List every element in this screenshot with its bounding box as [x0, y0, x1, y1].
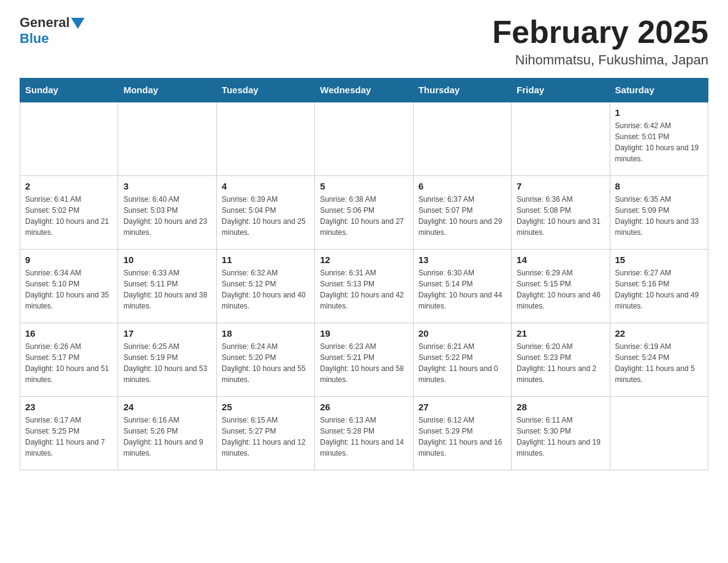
day-info: Sunrise: 6:39 AMSunset: 5:04 PMDaylight:… — [222, 194, 309, 238]
calendar-cell: 11Sunrise: 6:32 AMSunset: 5:12 PMDayligh… — [216, 249, 314, 323]
day-number: 4 — [222, 181, 309, 191]
calendar-subtitle: Nihommatsu, Fukushima, Japan — [492, 52, 708, 68]
calendar-cell: 27Sunrise: 6:12 AMSunset: 5:29 PMDayligh… — [413, 396, 511, 470]
title-block: February 2025 Nihommatsu, Fukushima, Jap… — [492, 15, 708, 68]
day-info: Sunrise: 6:11 AMSunset: 5:30 PMDaylight:… — [517, 415, 604, 459]
day-number: 27 — [419, 402, 506, 412]
col-header-tuesday: Tuesday — [216, 79, 314, 102]
day-info: Sunrise: 6:42 AMSunset: 5:01 PMDaylight:… — [615, 120, 703, 164]
day-number: 12 — [320, 255, 408, 265]
calendar-cell — [118, 102, 216, 175]
day-info: Sunrise: 6:15 AMSunset: 5:27 PMDaylight:… — [222, 415, 309, 459]
day-number: 11 — [222, 255, 309, 265]
calendar-cell: 25Sunrise: 6:15 AMSunset: 5:27 PMDayligh… — [216, 396, 314, 470]
day-number: 8 — [615, 181, 703, 191]
logo-blue: Blue — [20, 31, 49, 46]
calendar-cell: 21Sunrise: 6:20 AMSunset: 5:23 PMDayligh… — [512, 323, 610, 396]
logo-arrow-icon — [71, 18, 85, 29]
calendar-cell — [315, 102, 413, 175]
day-number: 28 — [517, 402, 604, 412]
day-number: 23 — [25, 402, 113, 412]
calendar-cell: 1Sunrise: 6:42 AMSunset: 5:01 PMDaylight… — [610, 102, 708, 175]
calendar-cell — [610, 396, 708, 470]
calendar-cell — [216, 102, 314, 175]
day-number: 1 — [615, 107, 703, 118]
svg-marker-0 — [71, 18, 85, 29]
day-info: Sunrise: 6:30 AMSunset: 5:14 PMDaylight:… — [419, 267, 506, 312]
calendar-cell: 22Sunrise: 6:19 AMSunset: 5:24 PMDayligh… — [610, 323, 708, 396]
calendar-cell: 13Sunrise: 6:30 AMSunset: 5:14 PMDayligh… — [413, 249, 511, 323]
calendar-cell: 4Sunrise: 6:39 AMSunset: 5:04 PMDaylight… — [216, 175, 314, 249]
day-info: Sunrise: 6:25 AMSunset: 5:19 PMDaylight:… — [123, 341, 211, 385]
calendar-cell: 12Sunrise: 6:31 AMSunset: 5:13 PMDayligh… — [315, 249, 413, 323]
calendar-week-5: 23Sunrise: 6:17 AMSunset: 5:25 PMDayligh… — [20, 396, 708, 470]
col-header-friday: Friday — [512, 79, 610, 102]
calendar-cell: 17Sunrise: 6:25 AMSunset: 5:19 PMDayligh… — [118, 323, 216, 396]
day-info: Sunrise: 6:12 AMSunset: 5:29 PMDaylight:… — [419, 415, 506, 459]
calendar-cell: 9Sunrise: 6:34 AMSunset: 5:10 PMDaylight… — [20, 249, 118, 323]
day-number: 9 — [25, 255, 113, 265]
day-number: 3 — [123, 181, 211, 191]
calendar-cell: 23Sunrise: 6:17 AMSunset: 5:25 PMDayligh… — [20, 396, 118, 470]
logo-general: General — [20, 15, 70, 31]
day-info: Sunrise: 6:20 AMSunset: 5:23 PMDaylight:… — [517, 341, 604, 385]
day-info: Sunrise: 6:33 AMSunset: 5:11 PMDaylight:… — [123, 267, 211, 312]
day-number: 15 — [615, 255, 703, 265]
page-header: General Blue February 2025 Nihommatsu, F… — [20, 15, 708, 68]
day-number: 16 — [25, 328, 113, 339]
calendar-cell — [20, 102, 118, 175]
day-number: 5 — [320, 181, 408, 191]
day-info: Sunrise: 6:17 AMSunset: 5:25 PMDaylight:… — [25, 415, 113, 459]
calendar-cell: 2Sunrise: 6:41 AMSunset: 5:02 PMDaylight… — [20, 175, 118, 249]
logo: General Blue — [20, 15, 85, 47]
day-number: 18 — [222, 328, 309, 339]
calendar-cell: 7Sunrise: 6:36 AMSunset: 5:08 PMDaylight… — [512, 175, 610, 249]
day-info: Sunrise: 6:21 AMSunset: 5:22 PMDaylight:… — [419, 341, 506, 385]
day-info: Sunrise: 6:40 AMSunset: 5:03 PMDaylight:… — [123, 194, 211, 238]
day-info: Sunrise: 6:37 AMSunset: 5:07 PMDaylight:… — [419, 194, 506, 238]
day-info: Sunrise: 6:38 AMSunset: 5:06 PMDaylight:… — [320, 194, 408, 238]
col-header-thursday: Thursday — [413, 79, 511, 102]
calendar-week-2: 2Sunrise: 6:41 AMSunset: 5:02 PMDaylight… — [20, 175, 708, 249]
calendar-week-4: 16Sunrise: 6:26 AMSunset: 5:17 PMDayligh… — [20, 323, 708, 396]
day-info: Sunrise: 6:34 AMSunset: 5:10 PMDaylight:… — [25, 267, 113, 312]
col-header-sunday: Sunday — [20, 79, 118, 102]
day-info: Sunrise: 6:13 AMSunset: 5:28 PMDaylight:… — [320, 415, 408, 459]
calendar-title: February 2025 — [492, 15, 708, 50]
day-info: Sunrise: 6:27 AMSunset: 5:16 PMDaylight:… — [615, 267, 703, 312]
day-number: 22 — [615, 328, 703, 339]
day-number: 7 — [517, 181, 604, 191]
day-number: 2 — [25, 181, 113, 191]
day-number: 25 — [222, 402, 309, 412]
day-number: 26 — [320, 402, 408, 412]
day-info: Sunrise: 6:29 AMSunset: 5:15 PMDaylight:… — [517, 267, 604, 312]
col-header-monday: Monday — [118, 79, 216, 102]
col-header-wednesday: Wednesday — [315, 79, 413, 102]
day-number: 19 — [320, 328, 408, 339]
calendar-cell: 14Sunrise: 6:29 AMSunset: 5:15 PMDayligh… — [512, 249, 610, 323]
calendar-cell — [413, 102, 511, 175]
col-header-saturday: Saturday — [610, 79, 708, 102]
day-info: Sunrise: 6:32 AMSunset: 5:12 PMDaylight:… — [222, 267, 309, 312]
day-number: 21 — [517, 328, 604, 339]
day-info: Sunrise: 6:36 AMSunset: 5:08 PMDaylight:… — [517, 194, 604, 238]
calendar-cell: 8Sunrise: 6:35 AMSunset: 5:09 PMDaylight… — [610, 175, 708, 249]
day-number: 17 — [123, 328, 211, 339]
calendar-cell: 20Sunrise: 6:21 AMSunset: 5:22 PMDayligh… — [413, 323, 511, 396]
calendar-cell — [512, 102, 610, 175]
calendar-cell: 10Sunrise: 6:33 AMSunset: 5:11 PMDayligh… — [118, 249, 216, 323]
calendar-cell: 3Sunrise: 6:40 AMSunset: 5:03 PMDaylight… — [118, 175, 216, 249]
calendar-cell: 26Sunrise: 6:13 AMSunset: 5:28 PMDayligh… — [315, 396, 413, 470]
calendar-week-3: 9Sunrise: 6:34 AMSunset: 5:10 PMDaylight… — [20, 249, 708, 323]
day-number: 24 — [123, 402, 211, 412]
day-info: Sunrise: 6:31 AMSunset: 5:13 PMDaylight:… — [320, 267, 408, 312]
day-info: Sunrise: 6:16 AMSunset: 5:26 PMDaylight:… — [123, 415, 211, 459]
calendar-cell: 15Sunrise: 6:27 AMSunset: 5:16 PMDayligh… — [610, 249, 708, 323]
day-info: Sunrise: 6:19 AMSunset: 5:24 PMDaylight:… — [615, 341, 703, 385]
day-number: 20 — [419, 328, 506, 339]
day-info: Sunrise: 6:26 AMSunset: 5:17 PMDaylight:… — [25, 341, 113, 385]
calendar-week-1: 1Sunrise: 6:42 AMSunset: 5:01 PMDaylight… — [20, 102, 708, 175]
calendar-cell: 28Sunrise: 6:11 AMSunset: 5:30 PMDayligh… — [512, 396, 610, 470]
calendar-cell: 19Sunrise: 6:23 AMSunset: 5:21 PMDayligh… — [315, 323, 413, 396]
day-number: 10 — [123, 255, 211, 265]
